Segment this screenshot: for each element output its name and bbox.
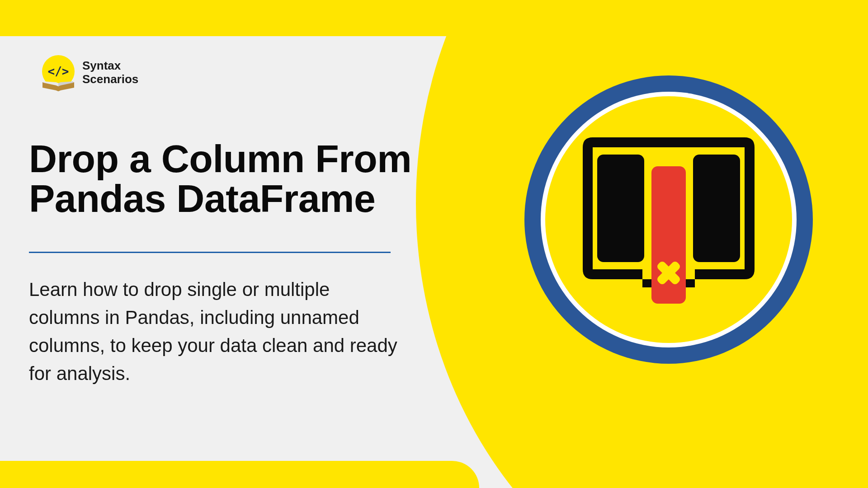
hero-illustration [524, 75, 813, 364]
brand-name-line1: Syntax [82, 59, 138, 73]
top-accent-bar [0, 0, 488, 36]
page-title-line1: Drop a Column From [29, 137, 411, 180]
page-title-line2: Pandas DataFrame [29, 177, 375, 220]
open-book-icon [41, 81, 76, 91]
svg-rect-2 [651, 166, 686, 304]
drop-column-icon [574, 134, 764, 305]
page-description: Learn how to drop single or multiple col… [29, 276, 400, 388]
code-bracket-icon: </> [48, 65, 69, 78]
brand-logo: </> Syntax Scenarios [41, 55, 138, 90]
bottom-accent-bar [0, 461, 479, 488]
brand-name-line2: Scenarios [82, 73, 138, 86]
page-title: Drop a Column From Pandas DataFrame [29, 139, 411, 218]
brand-logo-mark: </> [41, 55, 76, 90]
svg-rect-0 [597, 155, 644, 262]
svg-rect-1 [693, 155, 740, 262]
brand-name: Syntax Scenarios [82, 59, 138, 86]
title-divider [29, 252, 391, 253]
